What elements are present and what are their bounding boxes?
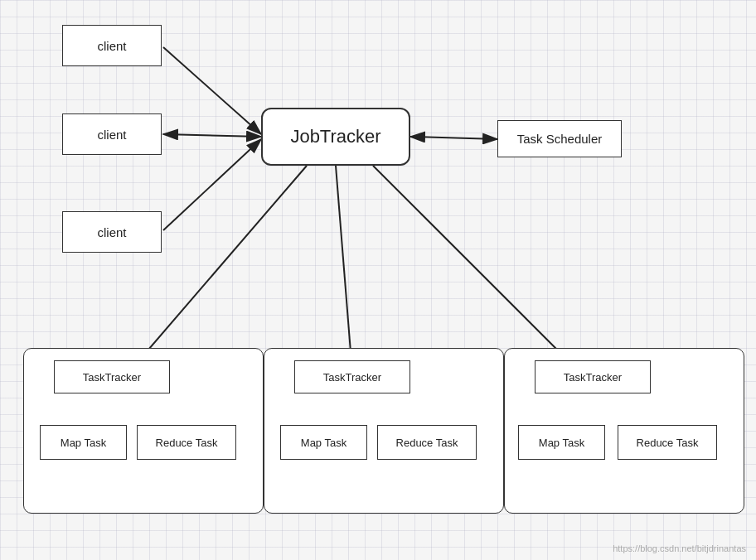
watermark: https://blog.csdn.net/bitjdrinantas <box>613 543 746 553</box>
tasktracker-node-2: TaskTracker <box>294 360 410 393</box>
svg-line-4 <box>163 139 261 230</box>
map-task-3-label: Map Task <box>539 437 584 449</box>
tasktracker-3-label: TaskTracker <box>564 371 622 384</box>
reduce-task-2-label: Reduce Task <box>396 437 458 449</box>
map-task-2-label: Map Task <box>301 437 346 449</box>
client-node-1: client <box>62 25 162 66</box>
task-scheduler-label: Task Scheduler <box>517 132 603 146</box>
tasktracker-1-label: TaskTracker <box>83 371 141 384</box>
reduce-task-3: Reduce Task <box>618 425 717 460</box>
svg-line-6 <box>128 166 307 373</box>
task-scheduler-node: Task Scheduler <box>497 120 622 157</box>
client-node-2: client <box>62 113 162 155</box>
reduce-task-1-label: Reduce Task <box>156 437 218 449</box>
svg-line-2 <box>163 47 261 134</box>
reduce-task-2: Reduce Task <box>377 425 477 460</box>
client-2-label: client <box>97 128 126 142</box>
jobtracker-label: JobTracker <box>290 126 380 147</box>
jobtracker-node: JobTracker <box>261 108 410 166</box>
client-node-3: client <box>62 211 162 253</box>
map-task-2: Map Task <box>280 425 367 460</box>
map-task-1: Map Task <box>40 425 127 460</box>
client-1-label: client <box>97 39 126 53</box>
client-3-label: client <box>97 225 126 239</box>
tasktracker-node-1: TaskTracker <box>54 360 170 393</box>
tasktracker-node-3: TaskTracker <box>535 360 651 393</box>
svg-line-7 <box>336 166 352 373</box>
map-task-3: Map Task <box>518 425 605 460</box>
tasktracker-2-label: TaskTracker <box>323 371 381 384</box>
reduce-task-3-label: Reduce Task <box>637 437 699 449</box>
svg-line-5 <box>410 137 497 139</box>
diagram: JobTracker Task Scheduler client client … <box>0 0 756 560</box>
svg-line-8 <box>373 166 580 373</box>
map-task-1-label: Map Task <box>61 437 106 449</box>
svg-line-3 <box>163 134 261 137</box>
reduce-task-1: Reduce Task <box>137 425 236 460</box>
